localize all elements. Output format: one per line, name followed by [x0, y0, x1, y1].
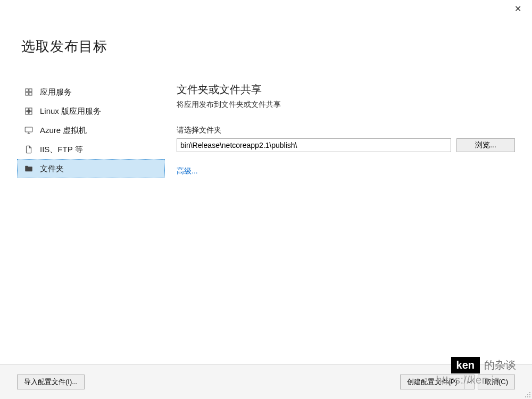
folder-field-label: 请选择文件夹	[177, 126, 515, 135]
sidebar-item-label: Linux 版应用服务	[40, 106, 101, 117]
svg-point-13	[527, 394, 528, 395]
create-profile-dropdown-button[interactable]	[464, 375, 475, 389]
svg-rect-1	[29, 89, 32, 92]
sidebar-item-folder[interactable]: 文件夹	[17, 159, 165, 178]
svg-rect-0	[26, 89, 28, 92]
svg-rect-3	[29, 93, 32, 95]
app-service-linux-icon	[24, 106, 34, 116]
svg-point-17	[529, 396, 530, 397]
sidebar-item-label: Azure 虚拟机	[40, 126, 87, 136]
browse-button[interactable]: 浏览...	[456, 138, 515, 152]
import-profile-button[interactable]: 导入配置文件(I)...	[17, 375, 85, 389]
chevron-down-icon	[467, 378, 471, 386]
main-panel: 文件夹或文件共享 将应用发布到文件夹或文件共享 请选择文件夹 浏览... 高级.…	[165, 82, 532, 364]
cancel-button[interactable]: 取消(C)	[478, 375, 515, 389]
sidebar: 应用服务 Linux 版应用服务 Azure 虚拟机	[0, 82, 165, 364]
create-profile-button[interactable]: 创建配置文件(P)	[400, 375, 464, 389]
svg-rect-2	[26, 93, 28, 95]
sidebar-item-label: 文件夹	[40, 164, 64, 174]
main-subheading: 将应用发布到文件夹或文件共享	[177, 100, 515, 110]
svg-point-8	[28, 110, 30, 113]
main-heading: 文件夹或文件共享	[177, 82, 515, 97]
sidebar-item-label: 应用服务	[40, 87, 72, 97]
sidebar-item-azure-vm[interactable]: Azure 虚拟机	[17, 121, 165, 140]
sidebar-item-iis-ftp[interactable]: IIS、FTP 等	[17, 140, 165, 159]
sidebar-item-label: IIS、FTP 等	[40, 145, 83, 155]
sidebar-item-app-service[interactable]: 应用服务	[17, 82, 165, 102]
advanced-link[interactable]: 高级...	[177, 167, 198, 175]
app-service-icon	[24, 87, 34, 97]
sidebar-item-app-service-linux[interactable]: Linux 版应用服务	[17, 102, 165, 121]
close-icon[interactable]: ✕	[512, 2, 523, 15]
footer: 导入配置文件(I)... 创建配置文件(P) 取消(C)	[0, 364, 532, 399]
svg-rect-9	[25, 127, 32, 132]
svg-point-14	[529, 394, 530, 395]
svg-point-12	[529, 392, 530, 393]
svg-point-16	[527, 396, 528, 397]
resize-grip-icon[interactable]	[523, 390, 531, 398]
folder-path-input[interactable]	[177, 138, 451, 152]
page-title: 选取发布目标	[0, 0, 532, 56]
create-profile-split-button: 创建配置文件(P)	[400, 375, 475, 389]
folder-icon	[24, 164, 34, 173]
iis-ftp-icon	[24, 145, 34, 154]
azure-vm-icon	[24, 126, 34, 135]
svg-point-15	[525, 396, 526, 397]
